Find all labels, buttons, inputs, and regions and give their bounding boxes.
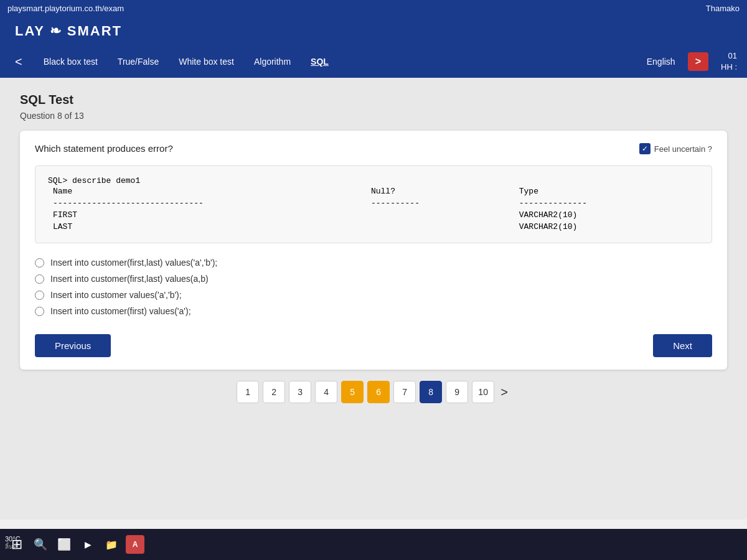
page-button[interactable]: 3 — [289, 381, 311, 403]
page-button[interactable]: 4 — [315, 381, 337, 403]
option-label: Insert into customer values('a','b'); — [50, 290, 182, 300]
option-label: Insert into customer(first) values('a'); — [50, 306, 191, 316]
option-label: Insert into customer(first,last) values(… — [50, 258, 217, 268]
nav-right-arrow[interactable]: > — [688, 52, 708, 71]
code-row: FIRST VARCHAR2(10) — [48, 209, 699, 221]
main-content: SQL Test Question 8 of 13 Which statemen… — [0, 78, 747, 520]
page-button[interactable]: 1 — [237, 381, 259, 403]
page-button[interactable]: 8 — [420, 381, 442, 403]
page-button[interactable]: 7 — [393, 381, 416, 403]
feel-uncertain-label: Feel uncertain ? — [654, 144, 712, 154]
pagination: 12345678910> — [20, 381, 727, 403]
question-text: Which statement produces error? — [35, 143, 639, 154]
nav-item-sql[interactable]: SQL — [302, 48, 337, 75]
previous-button[interactable]: Previous — [35, 334, 111, 357]
code-col-name: LAST — [48, 221, 366, 233]
code-col-type: VARCHAR2(10) — [514, 209, 699, 221]
card-footer: Previous Next — [35, 334, 712, 357]
site-header: LAY ❧ SMART — [0, 17, 747, 45]
option-label: Insert into customer(first,last) values(… — [50, 274, 209, 284]
page-button[interactable]: 10 — [472, 381, 494, 403]
nav-item-english[interactable]: English — [639, 50, 683, 73]
question-header: Which statement produces error? ✓ Feel u… — [35, 143, 712, 154]
nav-item-true-false[interactable]: True/False — [109, 48, 167, 75]
nav-item-white-box[interactable]: White box test — [170, 48, 243, 75]
option-radio[interactable] — [35, 307, 44, 316]
option-radio[interactable] — [35, 274, 44, 284]
code-table: Name Null? Type ------------------------… — [48, 185, 699, 233]
code-col-type: VARCHAR2(10) — [514, 221, 699, 233]
option-item[interactable]: Insert into customer(first,last) values(… — [35, 254, 712, 271]
col-null-header: Null? — [366, 185, 514, 197]
next-button[interactable]: Next — [653, 334, 712, 357]
nav-bar: < Black box test True/False White box te… — [0, 45, 747, 78]
question-card: Which statement produces error? ✓ Feel u… — [20, 131, 727, 370]
page-button[interactable]: 2 — [263, 381, 285, 403]
url-label: playsmart.playtorium.co.th/exam — [7, 4, 124, 13]
page-button[interactable]: 9 — [446, 381, 468, 403]
separator-name: ------------------------------- — [48, 197, 366, 209]
code-col-name: FIRST — [48, 209, 366, 221]
nav-item-algorithm[interactable]: Algorithm — [245, 48, 299, 75]
feel-uncertain-check: ✓ — [639, 143, 651, 154]
nav-left-arrow[interactable]: < — [10, 52, 27, 72]
code-col-null — [366, 221, 514, 233]
timer-line1: 01 — [721, 50, 737, 62]
page-button[interactable]: 5 — [341, 381, 364, 403]
site-logo: LAY ❧ SMART — [15, 23, 122, 39]
titlebar: playsmart.playtorium.co.th/exam Thamako — [0, 0, 747, 17]
option-item[interactable]: Insert into customer values('a','b'); — [35, 287, 712, 303]
col-type-header: Type — [514, 185, 699, 197]
nav-item-black-box[interactable]: Black box test — [35, 48, 106, 75]
code-row: LAST VARCHAR2(10) — [48, 221, 699, 233]
timer-line2: HH : — [721, 62, 737, 73]
pagination-next-arrow[interactable]: > — [498, 385, 510, 399]
option-item[interactable]: Insert into customer(first) values('a'); — [35, 303, 712, 319]
code-block: SQL> describe demo1 Name Null? Type ----… — [35, 166, 712, 243]
question-info: Question 8 of 13 — [20, 111, 727, 121]
section-title: SQL Test — [20, 93, 727, 107]
option-item[interactable]: Insert into customer(first,last) values(… — [35, 271, 712, 287]
option-radio[interactable] — [35, 258, 44, 268]
timer-area: 01 HH : — [721, 50, 737, 73]
col-name-header: Name — [48, 185, 366, 197]
separator-type: -------------- — [514, 197, 699, 209]
feel-uncertain[interactable]: ✓ Feel uncertain ? — [639, 143, 712, 154]
code-line1: SQL> describe demo1 — [48, 176, 699, 185]
separator-null: ---------- — [366, 197, 514, 209]
option-radio[interactable] — [35, 291, 44, 300]
page-button[interactable]: 6 — [367, 381, 390, 403]
code-col-null — [366, 209, 514, 221]
options-list: Insert into customer(first,last) values(… — [35, 254, 712, 319]
user-label: Thamako — [706, 4, 740, 13]
